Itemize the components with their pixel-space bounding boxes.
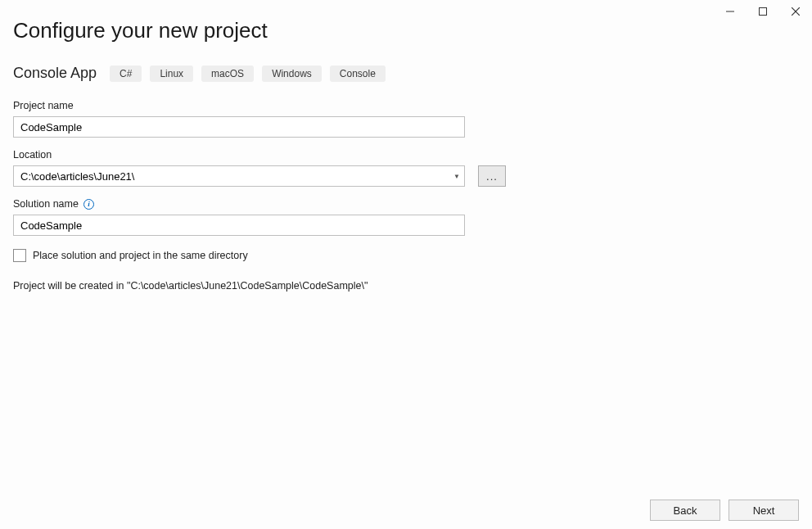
same-directory-checkbox[interactable] [13, 249, 26, 262]
info-icon[interactable]: i [83, 199, 94, 210]
svg-rect-1 [760, 8, 767, 16]
template-name: Console App [13, 65, 97, 82]
next-button[interactable]: Next [729, 500, 799, 521]
close-button[interactable] [779, 0, 812, 23]
solution-name-label: Solution name [13, 198, 79, 210]
maximize-button[interactable] [747, 0, 779, 23]
browse-button[interactable]: ... [478, 165, 506, 187]
back-button[interactable]: Back [650, 500, 720, 521]
tag-console: Console [330, 66, 386, 82]
location-input[interactable] [13, 165, 465, 187]
template-header: Console App C# Linux macOS Windows Conso… [13, 65, 799, 82]
minimize-button[interactable] [714, 0, 747, 23]
tag-macos: macOS [201, 66, 254, 82]
same-directory-label: Place solution and project in the same d… [33, 250, 248, 261]
tag-windows: Windows [262, 66, 322, 82]
page-title: Configure your new project [13, 18, 799, 43]
tag-linux: Linux [150, 66, 193, 82]
tag-csharp: C# [110, 66, 142, 82]
solution-name-input[interactable] [13, 215, 465, 236]
creation-path-summary: Project will be created in "C:\code\arti… [13, 280, 799, 292]
project-name-input[interactable] [13, 116, 465, 138]
location-label: Location [13, 149, 799, 161]
project-name-label: Project name [13, 100, 799, 111]
